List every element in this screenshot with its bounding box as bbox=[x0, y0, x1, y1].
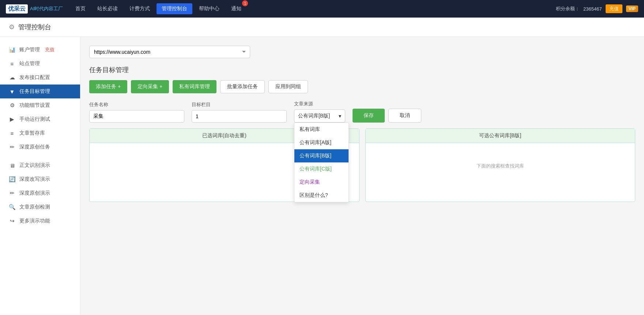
sidebar-item-account-label: 账户管理 bbox=[19, 46, 40, 53]
sidebar-item-publish[interactable]: ☁ 发布接口配置 bbox=[0, 71, 80, 85]
source-dropdown: 私有词库 公有词库[A版] 公有词库[B版] 公有词库[C版] 定向采集 区别是… bbox=[294, 123, 349, 202]
chevron-down-icon: ▾ bbox=[339, 113, 341, 119]
action-bar: 添加任务 + 定向采集 + 私有词库管理 批量添加任务 应用到同组 bbox=[89, 80, 635, 93]
sidebar-item-tasks-label: 任务目标管理 bbox=[19, 88, 50, 95]
play-icon: ▶ bbox=[8, 116, 16, 123]
vip-badge: VIP bbox=[626, 5, 638, 12]
apply-group-button[interactable]: 应用到同组 bbox=[268, 80, 308, 93]
sidebar-item-features-label: 功能细节设置 bbox=[19, 102, 50, 109]
db-icon: ≡ bbox=[8, 130, 16, 136]
dropdown-item-public-a[interactable]: 公有词库[A版] bbox=[294, 136, 349, 149]
dropdown-item-diff[interactable]: 区别是什么? bbox=[294, 189, 349, 202]
monitor-icon: 🖥 bbox=[8, 162, 16, 169]
points-label: 积分余额： bbox=[556, 5, 580, 12]
points-value: 2365467 bbox=[583, 6, 602, 12]
edit-icon: ✏ bbox=[8, 144, 16, 150]
available-library-body: 下面的搜索框查找词库 bbox=[366, 143, 635, 202]
recharge-button[interactable]: 充值 bbox=[606, 4, 622, 13]
nav-notification-label: 通知 bbox=[231, 5, 241, 12]
sidebar-item-test[interactable]: ▶ 手动运行测试 bbox=[0, 112, 80, 126]
sidebar-item-more[interactable]: ↪ 更多演示功能 bbox=[0, 214, 80, 228]
nav-webmaster[interactable]: 站长必读 bbox=[92, 3, 123, 14]
nav-home[interactable]: 首页 bbox=[70, 3, 91, 14]
sidebar-item-drafts-label: 文章暂存库 bbox=[19, 130, 45, 136]
sidebar-item-sites[interactable]: ≡ 站点管理 bbox=[0, 57, 80, 71]
settings-icon: ⚙ bbox=[9, 23, 15, 31]
sidebar-item-ocr[interactable]: 🖥 正文识别演示 bbox=[0, 158, 80, 172]
section-title: 任务目标管理 bbox=[89, 65, 635, 74]
sidebar-item-test-label: 手动运行测试 bbox=[19, 116, 50, 123]
nav-notification[interactable]: 通知 1 bbox=[226, 3, 246, 14]
task-name-label: 任务名称 bbox=[89, 101, 184, 108]
topnav: 优采云 AI时代内容工厂 首页 站长必读 计费方式 管理控制台 帮助中心 通知 … bbox=[0, 0, 644, 18]
sidebar-item-original-label: 深度原创演示 bbox=[19, 190, 50, 196]
directed-collect-button[interactable]: 定向采集 + bbox=[131, 80, 169, 93]
target-column-group: 目标栏目 bbox=[192, 101, 287, 123]
search-icon: 🔍 bbox=[8, 204, 16, 210]
pencil-icon: ✏ bbox=[8, 190, 16, 196]
sidebar-item-drafts[interactable]: ≡ 文章暂存库 bbox=[0, 126, 80, 140]
sidebar-item-account[interactable]: 📊 账户管理 充值 bbox=[0, 43, 80, 57]
sidebar-item-deepcreate[interactable]: ✏ 深度原创任务 bbox=[0, 140, 80, 154]
page-title: 管理控制台 bbox=[18, 23, 51, 31]
task-name-group: 任务名称 bbox=[89, 101, 184, 123]
sidebar-item-check[interactable]: 🔍 文章原创检测 bbox=[0, 200, 80, 214]
dropdown-item-private[interactable]: 私有词库 bbox=[294, 123, 349, 136]
gear-icon: ⚙ bbox=[8, 102, 16, 109]
source-select-button[interactable]: 公有词库[B版] ▾ bbox=[294, 109, 345, 123]
sidebar-item-publish-label: 发布接口配置 bbox=[19, 74, 50, 81]
source-label: 文章来源 bbox=[294, 101, 345, 107]
refresh-icon: 🔄 bbox=[8, 176, 16, 183]
form-row: 任务名称 目标栏目 文章来源 公有词库[B版] ▾ 私有词库 公有词库[A版] … bbox=[89, 101, 635, 123]
dropdown-item-directed[interactable]: 定向采集 bbox=[294, 176, 349, 189]
sidebar-item-check-label: 文章原创检测 bbox=[19, 204, 50, 210]
sidebar-item-features[interactable]: ⚙ 功能细节设置 bbox=[0, 98, 80, 112]
url-select-wrap: https://www.ucaiyun.com bbox=[89, 46, 635, 58]
target-column-label: 目标栏目 bbox=[192, 101, 287, 108]
available-library-header: 可选公有词库[B版] bbox=[366, 129, 635, 143]
sidebar: 📊 账户管理 充值 ≡ 站点管理 ☁ 发布接口配置 ▼ 任务目标管理 ⚙ 功能细… bbox=[0, 37, 80, 315]
add-task-button[interactable]: 添加任务 + bbox=[89, 80, 127, 93]
source-group: 文章来源 公有词库[B版] ▾ 私有词库 公有词库[A版] 公有词库[B版] 公… bbox=[294, 101, 345, 123]
save-button[interactable]: 保存 bbox=[353, 109, 385, 123]
sidebar-item-ocr-label: 正文识别演示 bbox=[19, 162, 50, 169]
form-actions: 保存 取消 bbox=[353, 109, 421, 123]
cloud-icon: ☁ bbox=[8, 74, 16, 81]
list-icon: ≡ bbox=[8, 61, 16, 67]
available-library-hint: 下面的搜索框查找词库 bbox=[371, 163, 630, 169]
nav-help[interactable]: 帮助中心 bbox=[194, 3, 225, 14]
sidebar-item-rewrite[interactable]: 🔄 深度改写演示 bbox=[0, 172, 80, 186]
filter-icon: ▼ bbox=[8, 89, 16, 95]
available-library-panel: 可选公有词库[B版] 下面的搜索框查找词库 bbox=[365, 128, 636, 202]
private-library-button[interactable]: 私有词库管理 bbox=[173, 80, 216, 93]
batch-add-button[interactable]: 批量添加任务 bbox=[220, 80, 265, 93]
target-column-input[interactable] bbox=[192, 110, 287, 123]
main-layout: 📊 账户管理 充值 ≡ 站点管理 ☁ 发布接口配置 ▼ 任务目标管理 ⚙ 功能细… bbox=[0, 37, 644, 315]
chart-icon: 📊 bbox=[8, 46, 16, 53]
sidebar-item-tasks[interactable]: ▼ 任务目标管理 bbox=[0, 85, 80, 98]
logo-box: 优采云 bbox=[6, 4, 28, 14]
source-select-value: 公有词库[B版] bbox=[298, 113, 330, 119]
sidebar-item-original[interactable]: ✏ 深度原创演示 bbox=[0, 186, 80, 200]
url-select[interactable]: https://www.ucaiyun.com bbox=[89, 46, 250, 58]
nav-dashboard[interactable]: 管理控制台 bbox=[157, 3, 192, 14]
logo[interactable]: 优采云 AI时代内容工厂 bbox=[6, 4, 63, 14]
sidebar-recharge-link[interactable]: 充值 bbox=[45, 46, 54, 53]
dropdown-item-public-b[interactable]: 公有词库[B版] bbox=[294, 149, 349, 162]
sidebar-item-sites-label: 站点管理 bbox=[19, 60, 40, 67]
topnav-right: 积分余额： 2365467 充值 VIP bbox=[556, 4, 638, 13]
nav-items: 首页 站长必读 计费方式 管理控制台 帮助中心 通知 1 bbox=[70, 3, 556, 14]
task-name-input[interactable] bbox=[89, 110, 184, 123]
content-area: https://www.ucaiyun.com 任务目标管理 添加任务 + 定向… bbox=[80, 37, 644, 315]
dropdown-item-public-c[interactable]: 公有词库[C版] bbox=[294, 162, 349, 176]
sidebar-item-more-label: 更多演示功能 bbox=[19, 218, 50, 224]
logo-subtitle: AI时代内容工厂 bbox=[30, 5, 63, 12]
nav-pricing[interactable]: 计费方式 bbox=[124, 3, 155, 14]
sidebar-item-rewrite-label: 深度改写演示 bbox=[19, 176, 50, 183]
panels-row: 已选词库(自动去重) 可选公有词库[B版] 下面的搜索框查找词库 bbox=[89, 128, 635, 202]
sidebar-item-deepcreate-label: 深度原创任务 bbox=[19, 144, 50, 150]
notification-badge: 1 bbox=[242, 0, 248, 6]
page-header: ⚙ 管理控制台 bbox=[0, 18, 644, 37]
cancel-button[interactable]: 取消 bbox=[388, 109, 421, 123]
forward-icon: ↪ bbox=[8, 218, 16, 224]
